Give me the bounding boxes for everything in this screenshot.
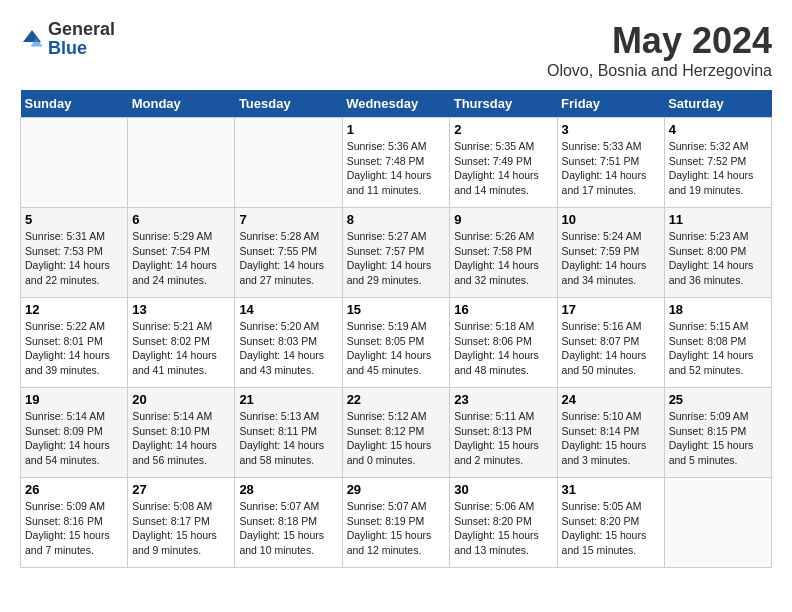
day-info: Sunrise: 5:26 AM Sunset: 7:58 PM Dayligh… [454, 229, 552, 288]
calendar-cell: 27Sunrise: 5:08 AM Sunset: 8:17 PM Dayli… [128, 478, 235, 568]
day-info: Sunrise: 5:07 AM Sunset: 8:19 PM Dayligh… [347, 499, 446, 558]
day-number: 12 [25, 302, 123, 317]
calendar-cell: 15Sunrise: 5:19 AM Sunset: 8:05 PM Dayli… [342, 298, 450, 388]
day-number: 22 [347, 392, 446, 407]
day-number: 10 [562, 212, 660, 227]
day-number: 13 [132, 302, 230, 317]
calendar-cell: 18Sunrise: 5:15 AM Sunset: 8:08 PM Dayli… [664, 298, 771, 388]
day-info: Sunrise: 5:16 AM Sunset: 8:07 PM Dayligh… [562, 319, 660, 378]
day-info: Sunrise: 5:18 AM Sunset: 8:06 PM Dayligh… [454, 319, 552, 378]
calendar-cell: 8Sunrise: 5:27 AM Sunset: 7:57 PM Daylig… [342, 208, 450, 298]
page-header: General Blue May 2024 Olovo, Bosnia and … [20, 20, 772, 80]
logo: General Blue [20, 20, 115, 58]
calendar-cell: 12Sunrise: 5:22 AM Sunset: 8:01 PM Dayli… [21, 298, 128, 388]
day-info: Sunrise: 5:29 AM Sunset: 7:54 PM Dayligh… [132, 229, 230, 288]
calendar-cell: 30Sunrise: 5:06 AM Sunset: 8:20 PM Dayli… [450, 478, 557, 568]
day-info: Sunrise: 5:13 AM Sunset: 8:11 PM Dayligh… [239, 409, 337, 468]
calendar-cell: 10Sunrise: 5:24 AM Sunset: 7:59 PM Dayli… [557, 208, 664, 298]
header-saturday: Saturday [664, 90, 771, 118]
calendar-cell: 3Sunrise: 5:33 AM Sunset: 7:51 PM Daylig… [557, 118, 664, 208]
day-number: 5 [25, 212, 123, 227]
day-number: 9 [454, 212, 552, 227]
day-number: 14 [239, 302, 337, 317]
header-tuesday: Tuesday [235, 90, 342, 118]
day-info: Sunrise: 5:06 AM Sunset: 8:20 PM Dayligh… [454, 499, 552, 558]
header-thursday: Thursday [450, 90, 557, 118]
day-number: 23 [454, 392, 552, 407]
day-info: Sunrise: 5:15 AM Sunset: 8:08 PM Dayligh… [669, 319, 767, 378]
day-info: Sunrise: 5:11 AM Sunset: 8:13 PM Dayligh… [454, 409, 552, 468]
day-info: Sunrise: 5:20 AM Sunset: 8:03 PM Dayligh… [239, 319, 337, 378]
day-info: Sunrise: 5:05 AM Sunset: 8:20 PM Dayligh… [562, 499, 660, 558]
logo-blue: Blue [48, 38, 87, 58]
day-info: Sunrise: 5:31 AM Sunset: 7:53 PM Dayligh… [25, 229, 123, 288]
day-number: 8 [347, 212, 446, 227]
day-number: 25 [669, 392, 767, 407]
calendar-cell: 13Sunrise: 5:21 AM Sunset: 8:02 PM Dayli… [128, 298, 235, 388]
day-info: Sunrise: 5:27 AM Sunset: 7:57 PM Dayligh… [347, 229, 446, 288]
day-info: Sunrise: 5:09 AM Sunset: 8:16 PM Dayligh… [25, 499, 123, 558]
calendar-cell: 11Sunrise: 5:23 AM Sunset: 8:00 PM Dayli… [664, 208, 771, 298]
title-section: May 2024 Olovo, Bosnia and Herzegovina [547, 20, 772, 80]
calendar-cell: 21Sunrise: 5:13 AM Sunset: 8:11 PM Dayli… [235, 388, 342, 478]
calendar-week-row: 1Sunrise: 5:36 AM Sunset: 7:48 PM Daylig… [21, 118, 772, 208]
calendar-cell: 17Sunrise: 5:16 AM Sunset: 8:07 PM Dayli… [557, 298, 664, 388]
calendar-cell: 29Sunrise: 5:07 AM Sunset: 8:19 PM Dayli… [342, 478, 450, 568]
calendar-cell: 26Sunrise: 5:09 AM Sunset: 8:16 PM Dayli… [21, 478, 128, 568]
calendar-cell: 25Sunrise: 5:09 AM Sunset: 8:15 PM Dayli… [664, 388, 771, 478]
day-info: Sunrise: 5:22 AM Sunset: 8:01 PM Dayligh… [25, 319, 123, 378]
day-number: 26 [25, 482, 123, 497]
day-info: Sunrise: 5:24 AM Sunset: 7:59 PM Dayligh… [562, 229, 660, 288]
day-number: 24 [562, 392, 660, 407]
day-number: 16 [454, 302, 552, 317]
logo-text: General Blue [48, 20, 115, 58]
calendar-cell: 24Sunrise: 5:10 AM Sunset: 8:14 PM Dayli… [557, 388, 664, 478]
day-number: 19 [25, 392, 123, 407]
calendar-cell: 7Sunrise: 5:28 AM Sunset: 7:55 PM Daylig… [235, 208, 342, 298]
calendar-week-row: 26Sunrise: 5:09 AM Sunset: 8:16 PM Dayli… [21, 478, 772, 568]
day-number: 2 [454, 122, 552, 137]
calendar-cell: 28Sunrise: 5:07 AM Sunset: 8:18 PM Dayli… [235, 478, 342, 568]
location-title: Olovo, Bosnia and Herzegovina [547, 62, 772, 80]
day-number: 20 [132, 392, 230, 407]
day-info: Sunrise: 5:08 AM Sunset: 8:17 PM Dayligh… [132, 499, 230, 558]
day-info: Sunrise: 5:14 AM Sunset: 8:09 PM Dayligh… [25, 409, 123, 468]
calendar-cell: 14Sunrise: 5:20 AM Sunset: 8:03 PM Dayli… [235, 298, 342, 388]
calendar-cell [21, 118, 128, 208]
calendar-cell: 20Sunrise: 5:14 AM Sunset: 8:10 PM Dayli… [128, 388, 235, 478]
header-friday: Friday [557, 90, 664, 118]
calendar-cell: 22Sunrise: 5:12 AM Sunset: 8:12 PM Dayli… [342, 388, 450, 478]
calendar-table: SundayMondayTuesdayWednesdayThursdayFrid… [20, 90, 772, 568]
calendar-cell: 31Sunrise: 5:05 AM Sunset: 8:20 PM Dayli… [557, 478, 664, 568]
day-number: 4 [669, 122, 767, 137]
day-info: Sunrise: 5:35 AM Sunset: 7:49 PM Dayligh… [454, 139, 552, 198]
day-number: 31 [562, 482, 660, 497]
header-monday: Monday [128, 90, 235, 118]
calendar-cell: 23Sunrise: 5:11 AM Sunset: 8:13 PM Dayli… [450, 388, 557, 478]
day-number: 29 [347, 482, 446, 497]
day-number: 18 [669, 302, 767, 317]
day-info: Sunrise: 5:14 AM Sunset: 8:10 PM Dayligh… [132, 409, 230, 468]
calendar-cell: 2Sunrise: 5:35 AM Sunset: 7:49 PM Daylig… [450, 118, 557, 208]
calendar-cell: 4Sunrise: 5:32 AM Sunset: 7:52 PM Daylig… [664, 118, 771, 208]
day-info: Sunrise: 5:09 AM Sunset: 8:15 PM Dayligh… [669, 409, 767, 468]
calendar-cell: 9Sunrise: 5:26 AM Sunset: 7:58 PM Daylig… [450, 208, 557, 298]
header-sunday: Sunday [21, 90, 128, 118]
calendar-cell: 1Sunrise: 5:36 AM Sunset: 7:48 PM Daylig… [342, 118, 450, 208]
day-number: 6 [132, 212, 230, 227]
day-number: 7 [239, 212, 337, 227]
day-number: 3 [562, 122, 660, 137]
month-title: May 2024 [547, 20, 772, 62]
calendar-cell: 19Sunrise: 5:14 AM Sunset: 8:09 PM Dayli… [21, 388, 128, 478]
calendar-week-row: 19Sunrise: 5:14 AM Sunset: 8:09 PM Dayli… [21, 388, 772, 478]
logo-icon [20, 27, 44, 51]
day-info: Sunrise: 5:19 AM Sunset: 8:05 PM Dayligh… [347, 319, 446, 378]
day-info: Sunrise: 5:07 AM Sunset: 8:18 PM Dayligh… [239, 499, 337, 558]
day-info: Sunrise: 5:36 AM Sunset: 7:48 PM Dayligh… [347, 139, 446, 198]
day-info: Sunrise: 5:21 AM Sunset: 8:02 PM Dayligh… [132, 319, 230, 378]
day-number: 11 [669, 212, 767, 227]
calendar-cell [664, 478, 771, 568]
header-wednesday: Wednesday [342, 90, 450, 118]
logo-general: General [48, 19, 115, 39]
calendar-cell [235, 118, 342, 208]
